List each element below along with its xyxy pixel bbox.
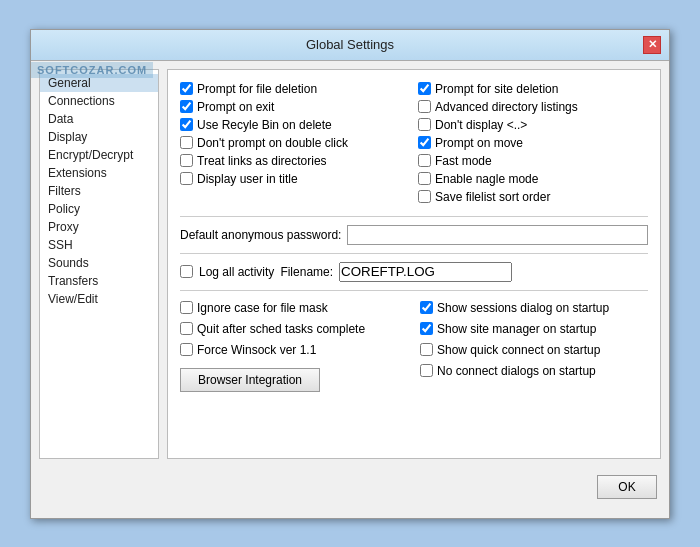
option-recycle-bin: Use Recyle Bin on delete (180, 116, 410, 134)
option-show-quick-connect: Show quick connect on startup (420, 341, 648, 359)
sidebar-item-connections[interactable]: Connections (40, 92, 158, 110)
label-recycle-bin: Use Recyle Bin on delete (197, 118, 332, 132)
label-show-quick-connect: Show quick connect on startup (437, 343, 600, 357)
option-force-winsock: Force Winsock ver 1.1 (180, 341, 408, 359)
option-no-prompt-double-click: Don't prompt on double click (180, 134, 410, 152)
checkbox-ignore-case[interactable] (180, 301, 193, 314)
label-show-site-manager: Show site manager on startup (437, 322, 596, 336)
log-activity-label: Log all activity (199, 265, 274, 279)
label-prompt-on-move: Prompt on move (435, 136, 523, 150)
footer: OK (31, 467, 669, 509)
browser-integration-button[interactable]: Browser Integration (180, 368, 320, 392)
sidebar-item-data[interactable]: Data (40, 110, 158, 128)
checkbox-dont-display-dotdot[interactable] (418, 118, 431, 131)
bottom-section: Ignore case for file mask Quit after sch… (180, 299, 648, 392)
checkbox-prompt-file-deletion[interactable] (180, 82, 193, 95)
label-prompt-on-exit: Prompt on exit (197, 100, 274, 114)
label-no-prompt-double-click: Don't prompt on double click (197, 136, 348, 150)
option-display-user: Display user in title (180, 170, 410, 188)
sidebar-item-display[interactable]: Display (40, 128, 158, 146)
bottom-left: Ignore case for file mask Quit after sch… (180, 299, 408, 392)
checkbox-treat-links[interactable] (180, 154, 193, 167)
close-button[interactable]: ✕ (643, 36, 661, 54)
checkbox-save-filelist-sort[interactable] (418, 190, 431, 203)
checkbox-quit-after-sched[interactable] (180, 322, 193, 335)
dialog-title: Global Settings (57, 37, 643, 52)
checkbox-prompt-site-deletion[interactable] (418, 82, 431, 95)
global-settings-dialog: Global Settings ✕ SOFTCOZAR.COM General … (30, 29, 670, 519)
option-enable-nagle: Enable nagle mode (418, 170, 648, 188)
option-prompt-on-move: Prompt on move (418, 134, 648, 152)
label-prompt-file-deletion: Prompt for file deletion (197, 82, 317, 96)
checkbox-fast-mode[interactable] (418, 154, 431, 167)
checkbox-show-sessions[interactable] (420, 301, 433, 314)
anon-password-input[interactable] (347, 225, 648, 245)
label-dont-display-dotdot: Don't display <..> (435, 118, 527, 132)
option-no-connect-dialogs: No connect dialogs on startup (420, 362, 648, 380)
sidebar-item-encrypt-decrypt[interactable]: Encrypt/Decrypt (40, 146, 158, 164)
checkbox-enable-nagle[interactable] (418, 172, 431, 185)
sidebar-item-general[interactable]: General (40, 74, 158, 92)
label-enable-nagle: Enable nagle mode (435, 172, 538, 186)
checkbox-show-quick-connect[interactable] (420, 343, 433, 356)
label-fast-mode: Fast mode (435, 154, 492, 168)
separator-2 (180, 253, 648, 254)
label-save-filelist-sort: Save filelist sort order (435, 190, 550, 204)
content-area: General Connections Data Display Encrypt… (31, 61, 669, 467)
sidebar-item-proxy[interactable]: Proxy (40, 218, 158, 236)
filename-label: Filename: (280, 265, 333, 279)
filename-input[interactable] (339, 262, 512, 282)
label-ignore-case: Ignore case for file mask (197, 301, 328, 315)
sidebar-item-view-edit[interactable]: View/Edit (40, 290, 158, 308)
bottom-right: Show sessions dialog on startup Show sit… (420, 299, 648, 392)
title-bar: Global Settings ✕ (31, 30, 669, 61)
checkbox-advanced-dir-listings[interactable] (418, 100, 431, 113)
sidebar-item-sounds[interactable]: Sounds (40, 254, 158, 272)
log-activity-row: Log all activity Filename: (180, 262, 648, 282)
checkbox-display-user[interactable] (180, 172, 193, 185)
checkbox-no-connect-dialogs[interactable] (420, 364, 433, 377)
label-prompt-site-deletion: Prompt for site deletion (435, 82, 558, 96)
checkbox-recycle-bin[interactable] (180, 118, 193, 131)
label-quit-after-sched: Quit after sched tasks complete (197, 322, 365, 336)
main-panel: Prompt for file deletion Prompt on exit … (167, 69, 661, 459)
option-dont-display-dotdot: Don't display <..> (418, 116, 648, 134)
checkbox-prompt-on-move[interactable] (418, 136, 431, 149)
anon-password-label: Default anonymous password: (180, 228, 341, 242)
label-display-user: Display user in title (197, 172, 298, 186)
options-col1: Prompt for file deletion Prompt on exit … (180, 80, 410, 206)
option-prompt-on-exit: Prompt on exit (180, 98, 410, 116)
label-no-connect-dialogs: No connect dialogs on startup (437, 364, 596, 378)
option-prompt-file-deletion: Prompt for file deletion (180, 80, 410, 98)
checkbox-force-winsock[interactable] (180, 343, 193, 356)
label-advanced-dir-listings: Advanced directory listings (435, 100, 578, 114)
option-advanced-dir-listings: Advanced directory listings (418, 98, 648, 116)
checkbox-log-activity[interactable] (180, 265, 193, 278)
checkbox-show-site-manager[interactable] (420, 322, 433, 335)
checkbox-no-prompt-double-click[interactable] (180, 136, 193, 149)
sidebar-item-extensions[interactable]: Extensions (40, 164, 158, 182)
separator-1 (180, 216, 648, 217)
option-show-site-manager: Show site manager on startup (420, 320, 648, 338)
anon-password-row: Default anonymous password: (180, 225, 648, 245)
label-show-sessions: Show sessions dialog on startup (437, 301, 609, 315)
option-show-sessions: Show sessions dialog on startup (420, 299, 648, 317)
option-fast-mode: Fast mode (418, 152, 648, 170)
sidebar: General Connections Data Display Encrypt… (39, 69, 159, 459)
options-col2: Prompt for site deletion Advanced direct… (418, 80, 648, 206)
option-save-filelist-sort: Save filelist sort order (418, 188, 648, 206)
sidebar-item-transfers[interactable]: Transfers (40, 272, 158, 290)
option-prompt-site-deletion: Prompt for site deletion (418, 80, 648, 98)
separator-3 (180, 290, 648, 291)
options-grid: Prompt for file deletion Prompt on exit … (180, 80, 648, 206)
sidebar-item-ssh[interactable]: SSH (40, 236, 158, 254)
ok-button[interactable]: OK (597, 475, 657, 499)
sidebar-item-policy[interactable]: Policy (40, 200, 158, 218)
label-force-winsock: Force Winsock ver 1.1 (197, 343, 316, 357)
option-quit-after-sched: Quit after sched tasks complete (180, 320, 408, 338)
option-ignore-case: Ignore case for file mask (180, 299, 408, 317)
sidebar-item-filters[interactable]: Filters (40, 182, 158, 200)
label-treat-links: Treat links as directories (197, 154, 327, 168)
checkbox-prompt-on-exit[interactable] (180, 100, 193, 113)
option-treat-links: Treat links as directories (180, 152, 410, 170)
